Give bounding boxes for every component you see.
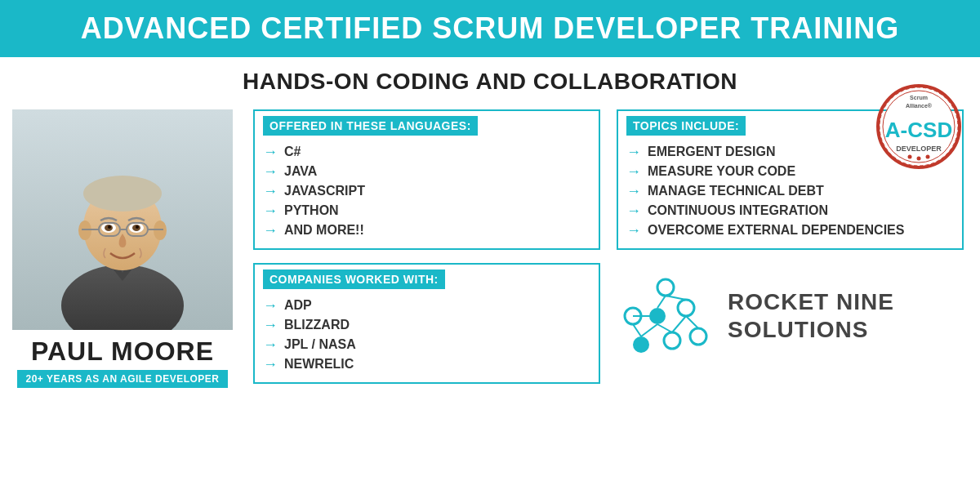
svg-point-7 xyxy=(908,155,912,159)
svg-point-32 xyxy=(678,300,694,316)
companies-section: COMPANIES WORKED WITH: →ADP→BLIZZARD→JPL… xyxy=(253,263,600,384)
arrow-icon: → xyxy=(626,145,641,159)
header-title: ADVANCED CERTIFIED SCRUM DEVELOPER TRAIN… xyxy=(16,11,964,46)
instructor-photo xyxy=(12,109,233,330)
svg-point-15 xyxy=(83,176,162,212)
languages-section: OFFERED IN THESE LANGUAGES: →C#→JAVA→JAV… xyxy=(253,109,600,250)
arrow-icon: → xyxy=(263,184,278,198)
svg-text:Alliance®: Alliance® xyxy=(906,103,933,109)
left-column: PAUL MOORE 20+ YEARS AS AN AGILE DEVELOP… xyxy=(8,109,237,388)
photo-svg xyxy=(12,109,233,330)
list-item: →ADP xyxy=(263,296,590,315)
arrow-icon: → xyxy=(263,145,278,159)
svg-point-23 xyxy=(136,225,139,229)
acsd-badge: Scrum Alliance® A-CSD DEVELOPER xyxy=(874,82,964,172)
list-item: →PYTHON xyxy=(263,201,590,220)
middle-column: OFFERED IN THESE LANGUAGES: →C#→JAVA→JAV… xyxy=(253,109,600,384)
list-item: →JAVASCRIPT xyxy=(263,181,590,201)
arrow-icon: → xyxy=(626,184,641,198)
list-item: →CONTINUOUS INTEGRATION xyxy=(626,201,954,220)
topics-title: TOPICS INCLUDE: xyxy=(626,116,746,136)
instructor-badge: 20+ YEARS AS AN AGILE DEVELOPER xyxy=(17,370,227,388)
svg-line-42 xyxy=(686,316,698,328)
arrow-icon: → xyxy=(263,223,278,238)
list-item: →AND MORE!! xyxy=(263,220,590,240)
list-item: →NEWRELIC xyxy=(263,354,590,374)
svg-point-22 xyxy=(108,225,111,229)
svg-text:A-CSD: A-CSD xyxy=(885,118,952,142)
svg-line-40 xyxy=(657,324,672,332)
arrow-icon: → xyxy=(263,164,278,179)
svg-point-35 xyxy=(690,328,706,345)
svg-line-37 xyxy=(666,296,686,300)
arrow-icon: → xyxy=(263,337,278,352)
arrow-icon: → xyxy=(626,223,641,238)
companies-title: COMPANIES WORKED WITH: xyxy=(263,270,445,289)
header-banner: ADVANCED CERTIFIED SCRUM DEVELOPER TRAIN… xyxy=(0,0,980,57)
list-item: →JPL / NASA xyxy=(263,335,590,354)
arrow-icon: → xyxy=(626,164,641,179)
badge-svg: Scrum Alliance® A-CSD DEVELOPER xyxy=(874,82,964,172)
list-item: →OVERCOME EXTERNAL DEPENDENCIES xyxy=(626,220,954,240)
svg-point-29 xyxy=(657,279,674,296)
svg-line-43 xyxy=(633,324,641,336)
languages-list: →C#→JAVA→JAVASCRIPT→PYTHON→AND MORE!! xyxy=(263,142,590,240)
page-root: ADVANCED CERTIFIED SCRUM DEVELOPER TRAIN… xyxy=(0,0,980,490)
svg-point-34 xyxy=(664,332,680,349)
list-item: →BLIZZARD xyxy=(263,315,590,335)
svg-text:Scrum: Scrum xyxy=(910,95,928,100)
svg-line-36 xyxy=(657,296,666,308)
list-item: →C# xyxy=(263,142,590,162)
svg-point-33 xyxy=(633,336,649,353)
sub-header-title: HANDS-ON CODING AND COLLABORATION xyxy=(243,69,737,94)
svg-point-9 xyxy=(926,155,930,159)
arrow-icon: → xyxy=(263,298,278,313)
instructor-name: PAUL MOORE xyxy=(31,336,214,367)
svg-point-8 xyxy=(917,157,921,161)
network-logo-icon xyxy=(617,271,715,361)
logo-area: ROCKET NINE SOLUTIONS xyxy=(617,263,964,369)
arrow-icon: → xyxy=(626,203,641,218)
main-content: PAUL MOORE 20+ YEARS AS AN AGILE DEVELOP… xyxy=(0,101,980,396)
arrow-icon: → xyxy=(263,203,278,218)
svg-text:DEVELOPER: DEVELOPER xyxy=(896,145,942,153)
logo-line2: SOLUTIONS xyxy=(728,316,894,344)
svg-line-41 xyxy=(672,316,686,332)
sub-header: HANDS-ON CODING AND COLLABORATION xyxy=(0,57,980,101)
companies-list: →ADP→BLIZZARD→JPL / NASA→NEWRELIC xyxy=(263,296,590,374)
svg-line-39 xyxy=(641,324,657,336)
arrow-icon: → xyxy=(263,357,278,372)
languages-title: OFFERED IN THESE LANGUAGES: xyxy=(263,116,478,136)
arrow-icon: → xyxy=(263,318,278,332)
logo-text: ROCKET NINE SOLUTIONS xyxy=(728,288,894,343)
list-item: →MANAGE TECHNICAL DEBT xyxy=(626,181,954,201)
list-item: →JAVA xyxy=(263,162,590,181)
logo-line1: ROCKET NINE xyxy=(728,288,894,316)
